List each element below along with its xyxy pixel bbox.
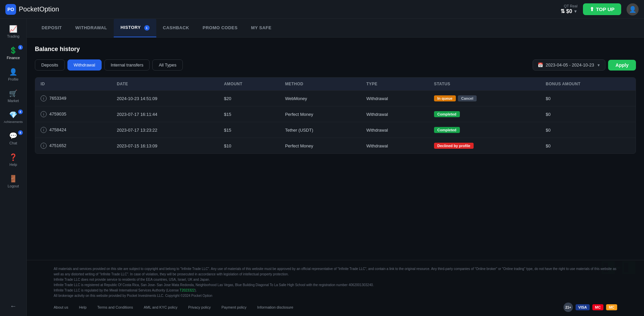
finance-icon: 💲	[9, 46, 17, 54]
privacy-link[interactable]: Privacy policy	[188, 305, 211, 309]
cell-method: Perfect Money	[280, 138, 361, 154]
sidebar-item-help[interactable]: ❓ Help	[1, 150, 25, 170]
cell-bonus: $0	[540, 122, 636, 138]
status-badge: Declined by profile	[434, 143, 474, 149]
help-link[interactable]: Help	[79, 305, 87, 309]
qt-label: QT Real	[564, 4, 578, 8]
tab-cashback[interactable]: CASHBACK	[156, 19, 196, 37]
info-icon[interactable]: i	[41, 143, 47, 149]
top-nav: PO PocketOption QT Real ⇅ $0 ▼ ⬆ TOP UP …	[0, 0, 644, 19]
logo[interactable]: PO PocketOption	[5, 4, 59, 15]
tab-my-safe[interactable]: MY SAFE	[244, 19, 278, 37]
cell-method: WebMoney	[280, 91, 361, 106]
sidebar-item-profile[interactable]: 👤 Profile	[1, 64, 25, 85]
cell-date: 2023-07-15 16:13:09	[111, 138, 219, 154]
filter-deposits[interactable]: Deposits	[35, 59, 65, 71]
sidebar-item-label: Chat	[9, 141, 17, 145]
col-date: Date	[111, 78, 219, 91]
status-badge: Completed	[434, 127, 460, 133]
avatar[interactable]: 👤	[627, 3, 639, 15]
tab-deposit[interactable]: DEPOSIT	[35, 19, 69, 37]
tab-promo-codes[interactable]: PROMO CODES	[196, 19, 244, 37]
trading-icon: 📈	[9, 25, 17, 33]
filter-bar: Deposits Withdrawal Internal transfers A…	[35, 59, 636, 71]
chat-icon: 💬	[9, 132, 17, 140]
balance-arrows: ⇅	[560, 8, 565, 14]
cell-bonus: $0	[540, 106, 636, 122]
topup-button[interactable]: ⬆ TOP UP	[583, 3, 621, 15]
about-link[interactable]: About us	[54, 305, 68, 309]
col-bonus: Bonus amount	[540, 78, 636, 91]
filter-all-types[interactable]: All Types	[152, 59, 183, 71]
balance-value: ⇅ $0 ▼	[560, 8, 578, 14]
payment-policy-link[interactable]: Payment policy	[221, 305, 247, 309]
filter-internal-transfers[interactable]: Internal transfers	[104, 59, 150, 71]
sidebar-item-label: Logout	[8, 184, 19, 188]
col-type: Type	[361, 78, 428, 91]
market-icon: 🛒	[9, 89, 17, 97]
calendar-icon: 📅	[538, 62, 543, 67]
status-badge: In queue	[434, 95, 456, 101]
filter-withdrawal[interactable]: Withdrawal	[67, 59, 102, 71]
apply-button[interactable]: Apply	[608, 60, 636, 71]
layout: 📈 Trading 💲 Finance 1 👤 Profile 🛒 Market…	[0, 19, 644, 316]
cell-id: i4751652	[35, 138, 111, 154]
sidebar-item-chat[interactable]: 💬 Chat 4	[1, 128, 25, 148]
sidebar-item-label: Profile	[8, 77, 18, 81]
logo-icon: PO	[5, 4, 16, 15]
tab-history[interactable]: HISTORY 1	[114, 19, 156, 37]
cell-id: i4758424	[35, 122, 111, 138]
date-picker[interactable]: 📅 2023-04-05 - 2024-10-23 ▼	[533, 59, 605, 71]
cell-method: Perfect Money	[280, 106, 361, 122]
history-badge: 1	[144, 25, 150, 31]
cell-date: 2023-07-17 16:11:44	[111, 106, 219, 122]
aml-link[interactable]: AML and KYC policy	[144, 305, 177, 309]
cancel-button[interactable]: Cancel	[458, 95, 477, 101]
visa-icon: VISA	[576, 304, 590, 310]
cell-status: In queueCancel	[429, 91, 540, 106]
dropdown-icon[interactable]: ▼	[574, 9, 578, 14]
nav-right: QT Real ⇅ $0 ▼ ⬆ TOP UP 👤	[560, 3, 639, 15]
sidebar-item-logout[interactable]: 🚪 Logout	[1, 171, 25, 191]
footer: All materials and services provided on t…	[27, 260, 644, 316]
main-content: DEPOSIT WITHDRAWAL HISTORY 1 CASHBACK PR…	[27, 19, 644, 316]
cell-amount: $10	[219, 138, 280, 154]
cell-type: Withdrawal	[361, 138, 428, 154]
col-amount: Amount	[219, 78, 280, 91]
sidebar-item-label: Finance	[7, 56, 20, 60]
cell-type: Withdrawal	[361, 106, 428, 122]
table-row: i47516522023-07-15 16:13:09$10Perfect Mo…	[35, 138, 636, 154]
achievements-badge: 4	[18, 109, 23, 114]
tab-withdrawal[interactable]: WITHDRAWAL	[69, 19, 114, 37]
info-icon[interactable]: i	[41, 127, 47, 133]
table-row: i47584242023-07-17 13:23:22$15Tether (US…	[35, 122, 636, 138]
cell-amount: $20	[219, 91, 280, 106]
sidebar-item-market[interactable]: 🛒 Market	[1, 86, 25, 106]
mastercard2-icon: MC	[606, 304, 617, 310]
table-row: i47590352023-07-17 16:11:44$15Perfect Mo…	[35, 106, 636, 122]
cell-id: i7653349	[35, 91, 111, 106]
table-header-row: ID Date Amount Method Type Status Bonus …	[35, 78, 636, 91]
cell-id: i4759035	[35, 106, 111, 122]
sidebar-item-achievements[interactable]: 💎 Achievements 4	[1, 107, 25, 127]
chat-badge: 4	[18, 130, 23, 135]
payment-icons: 21+ VISA MC MC	[564, 303, 617, 312]
back-button[interactable]: ←	[7, 299, 19, 313]
info-icon[interactable]: i	[41, 111, 47, 117]
sidebar-item-trading[interactable]: 📈 Trading	[1, 21, 25, 42]
sidebar: 📈 Trading 💲 Finance 1 👤 Profile 🛒 Market…	[0, 19, 27, 316]
cell-date: 2024-10-23 14:51:09	[111, 91, 219, 106]
cell-type: Withdrawal	[361, 91, 428, 106]
footer-bottom: About us Help Terms and Conditions AML a…	[54, 303, 617, 312]
status-badge: Completed	[434, 111, 460, 117]
license-link[interactable]: T2023322	[180, 288, 195, 292]
sidebar-item-label: Help	[9, 163, 17, 167]
disclosure-link[interactable]: Information disclosure	[257, 305, 293, 309]
tab-bar: DEPOSIT WITHDRAWAL HISTORY 1 CASHBACK PR…	[27, 19, 644, 38]
sidebar-item-finance[interactable]: 💲 Finance 1	[1, 43, 25, 63]
terms-link[interactable]: Terms and Conditions	[97, 305, 133, 309]
cell-status: Completed	[429, 106, 540, 122]
cell-method: Tether (USDT)	[280, 122, 361, 138]
info-icon[interactable]: i	[41, 95, 47, 101]
sidebar-item-label: Trading	[7, 34, 19, 38]
